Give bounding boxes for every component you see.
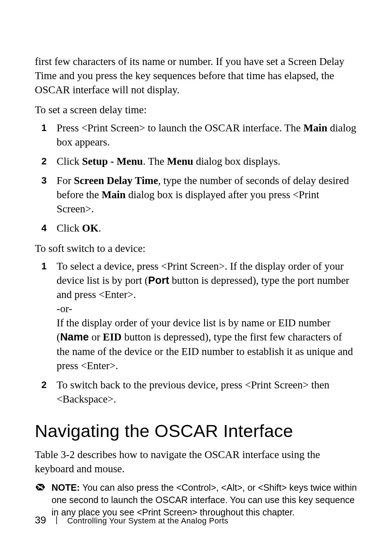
note-label: NOTE: bbox=[52, 482, 82, 493]
list-item: 1 Press <Print Screen> to launch the OSC… bbox=[35, 121, 357, 149]
body-paragraph: first few characters of its name or numb… bbox=[35, 54, 357, 97]
list-text: Click bbox=[57, 222, 82, 234]
term-main: Main bbox=[303, 122, 327, 134]
list-number: 1 bbox=[41, 260, 46, 273]
term-name: Name bbox=[60, 331, 89, 343]
list-item: 3 For Screen Delay Time, type the number… bbox=[35, 174, 357, 216]
ordered-list-soft-switch: 1 To select a device, press <Print Scree… bbox=[35, 259, 357, 406]
list-number: 4 bbox=[41, 222, 46, 234]
note-body: You can also press the <Control>, <Alt>,… bbox=[52, 482, 357, 517]
page-footer: 39 Controlling Your System at the Analog… bbox=[35, 514, 228, 526]
list-text: To switch back to the previous device, p… bbox=[57, 379, 329, 405]
ordered-list-set-delay: 1 Press <Print Screen> to launch the OSC… bbox=[35, 121, 357, 236]
term-port: Port bbox=[148, 274, 169, 286]
body-paragraph: Table 3-2 describes how to navigate the … bbox=[35, 448, 357, 476]
list-item: 2 To switch back to the previous device,… bbox=[35, 378, 357, 406]
list-text: . The bbox=[143, 155, 167, 167]
list-text: Click bbox=[57, 155, 82, 167]
list-text: For bbox=[57, 175, 74, 186]
list-number: 1 bbox=[41, 122, 46, 134]
list-text: Press <Print Screen> to launch the OSCAR… bbox=[57, 122, 303, 134]
list-text: -or- bbox=[57, 303, 72, 314]
note-block: NOTE: You can also press the <Control>, … bbox=[35, 482, 357, 518]
list-number: 3 bbox=[41, 174, 46, 187]
term-ok: OK bbox=[82, 222, 98, 234]
list-item: 1 To select a device, press <Print Scree… bbox=[35, 259, 357, 373]
note-icon bbox=[35, 482, 46, 492]
footer-title: Controlling Your System at the Analog Po… bbox=[67, 516, 228, 526]
term-main: Main bbox=[102, 189, 126, 200]
list-text: . bbox=[98, 222, 101, 234]
note-text: NOTE: You can also press the <Control>, … bbox=[52, 482, 357, 518]
page: first few characters of its name or numb… bbox=[0, 0, 392, 555]
list-item: 2 Click Setup - Menu. The Menu dialog bo… bbox=[35, 154, 357, 168]
term-setup-menu: Setup - Menu bbox=[82, 155, 143, 167]
term-menu: Menu bbox=[167, 155, 193, 167]
list-item: 4 Click OK. bbox=[35, 221, 357, 235]
page-number: 39 bbox=[35, 514, 46, 526]
footer-divider bbox=[56, 516, 57, 524]
term-screen-delay-time: Screen Delay Time bbox=[74, 175, 158, 186]
list-number: 2 bbox=[41, 379, 46, 391]
list-text: or bbox=[89, 331, 103, 343]
section-heading: Navigating the OSCAR Interface bbox=[35, 421, 357, 441]
body-paragraph: To soft switch to a device: bbox=[35, 241, 357, 256]
list-number: 2 bbox=[41, 155, 46, 168]
list-text: dialog box displays. bbox=[193, 155, 280, 167]
term-eid: EID bbox=[103, 331, 122, 343]
body-paragraph: To set a screen delay time: bbox=[35, 103, 357, 117]
